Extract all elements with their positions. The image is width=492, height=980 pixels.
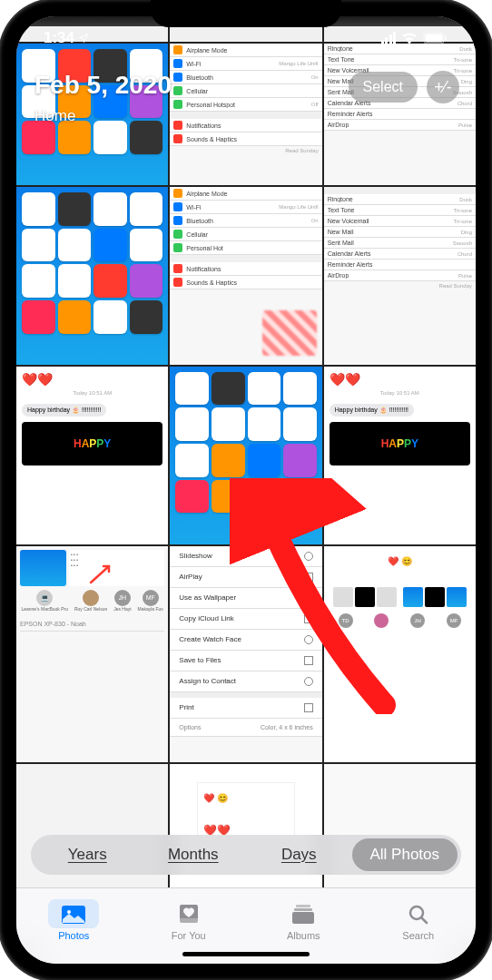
photo-thumbnail[interactable] (170, 367, 321, 544)
gif-preview: HAPPY (22, 422, 162, 466)
wifi-icon (401, 32, 418, 44)
printer-label: EPSON XP-830 - Noah (20, 617, 164, 632)
photo-thumbnail[interactable] (16, 187, 168, 365)
notch (151, 0, 341, 27)
zoom-toggle-button[interactable]: +⁄- (427, 71, 459, 103)
timestamp-label: Today 10:51 AM (22, 390, 162, 396)
photos-icon (61, 903, 86, 925)
signal-icon (381, 32, 397, 44)
gif-preview: HAPPY (330, 422, 470, 466)
redaction-overlay (262, 310, 317, 356)
tab-search[interactable]: Search (361, 888, 477, 951)
svg-point-5 (67, 910, 71, 914)
hearts-icon: ❤️❤️ (330, 372, 470, 387)
svg-rect-9 (294, 908, 312, 911)
svg-rect-2 (445, 36, 447, 41)
location-label: Home (34, 107, 458, 125)
tab-years[interactable]: Years (34, 838, 141, 871)
battery-icon (423, 32, 448, 44)
tab-label: Albums (287, 930, 320, 941)
status-time: 1:34 (44, 29, 89, 47)
tab-for-you[interactable]: For You (132, 888, 247, 951)
status-icons (381, 32, 449, 44)
photo-thumbnail[interactable]: Slideshow AirPlay Use as Wallpaper Copy … (170, 546, 321, 762)
select-button[interactable]: Select (349, 72, 418, 103)
svg-rect-7 (180, 918, 198, 923)
photo-grid[interactable]: Airplane Mode Wi-FiMango Life Unifi Blue… (16, 16, 476, 887)
time-label: 1:34 (44, 29, 74, 47)
for-you-icon (176, 903, 202, 925)
photo-thumbnail[interactable]: ❤️ 😊 TD JH MF (324, 546, 476, 762)
tab-label: Search (402, 930, 434, 941)
message-bubble: Happy birthday 🎂 !!!!!!!!!!! (22, 404, 106, 416)
tab-days[interactable]: Days (246, 838, 352, 871)
location-icon (78, 33, 89, 44)
tab-months[interactable]: Months (141, 838, 247, 871)
home-indicator[interactable] (182, 952, 310, 956)
tab-albums[interactable]: Albums (246, 888, 361, 951)
svg-rect-10 (292, 912, 314, 924)
search-icon (406, 903, 431, 925)
annotation-arrow-icon (89, 563, 114, 584)
svg-rect-8 (296, 905, 310, 907)
svg-line-12 (421, 917, 427, 923)
phone-frame: 1:34 Feb 5, 2020 Home Select +⁄- (0, 0, 492, 980)
tab-all-photos[interactable]: All Photos (352, 838, 458, 871)
tab-label: For You (172, 930, 206, 941)
albums-icon (290, 903, 316, 925)
svg-rect-1 (426, 34, 443, 43)
photo-thumbnail[interactable]: ❤️❤️ Today 10:51 AM Happy birthday 🎂 !!!… (16, 367, 168, 544)
screen: 1:34 Feb 5, 2020 Home Select +⁄- (16, 16, 476, 964)
hearts-icon: ❤️❤️ (22, 372, 162, 387)
photo-thumbnail[interactable]: RingtoneDuck Text ToneTri-tone New Voice… (324, 187, 476, 365)
photo-thumbnail[interactable]: • • •• • •• • • 💻Leanne's MacBook Pro Ro… (16, 546, 168, 762)
photo-thumbnail[interactable]: Airplane Mode Wi-FiMango Life Unifi Blue… (170, 187, 321, 365)
view-mode-switcher: Years Months Days All Photos (31, 835, 461, 875)
tab-label: Photos (58, 930, 89, 941)
photo-thumbnail[interactable]: ❤️❤️ Today 10:51 AM Happy birthday 🎂 !!!… (324, 367, 476, 544)
tab-photos[interactable]: Photos (16, 888, 132, 951)
